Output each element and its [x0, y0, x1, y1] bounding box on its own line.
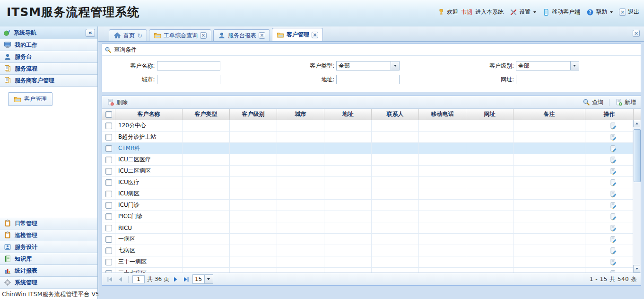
- customer-name-input[interactable]: [157, 61, 220, 70]
- edit-icon[interactable]: [609, 236, 617, 243]
- edit-icon[interactable]: [609, 247, 617, 255]
- table-row[interactable]: B超分诊护士站: [102, 132, 641, 143]
- column-header[interactable]: 移动电话: [419, 109, 466, 120]
- tab-1[interactable]: 工单综合查询×: [149, 29, 211, 41]
- address-input[interactable]: [336, 75, 400, 84]
- sidebar-item[interactable]: 服务流程: [0, 63, 97, 75]
- customer-type-select[interactable]: 全部: [336, 61, 400, 70]
- column-header[interactable]: 备注: [513, 109, 585, 120]
- row-checkbox[interactable]: [105, 225, 112, 231]
- sidebar-item[interactable]: 我的工作: [0, 39, 97, 51]
- edit-icon[interactable]: [609, 213, 617, 220]
- edit-icon[interactable]: [609, 270, 617, 273]
- column-header[interactable]: 客户名称: [115, 109, 183, 120]
- edit-icon[interactable]: [609, 190, 617, 198]
- column-header[interactable]: 客户级别: [230, 109, 277, 120]
- edit-icon[interactable]: [609, 133, 617, 141]
- last-page-button[interactable]: [182, 275, 190, 283]
- row-checkbox[interactable]: [105, 213, 112, 220]
- tab-close-icon[interactable]: ×: [259, 32, 265, 39]
- sidebar-item[interactable]: 服务台: [0, 51, 97, 63]
- help-menu[interactable]: ? 帮助: [586, 8, 613, 16]
- page-number-input[interactable]: [132, 275, 145, 283]
- edit-icon[interactable]: [609, 156, 617, 164]
- next-page-button[interactable]: [172, 275, 180, 283]
- panel-close-icon[interactable]: ×: [633, 30, 640, 37]
- row-checkbox[interactable]: [105, 259, 112, 265]
- first-page-button[interactable]: [106, 275, 114, 283]
- edit-icon[interactable]: [609, 167, 617, 175]
- sidebar-item[interactable]: 系统管理: [0, 277, 97, 289]
- query-button[interactable]: 查询: [581, 97, 605, 107]
- column-header[interactable]: 联系人: [372, 109, 419, 120]
- tab-3[interactable]: 客户管理×: [272, 28, 323, 41]
- table-row[interactable]: 三十一病区: [102, 256, 641, 268]
- scroll-up-button[interactable]: [633, 120, 640, 127]
- table-row[interactable]: ICU二区医疗: [102, 154, 641, 166]
- table-row[interactable]: RICU: [102, 222, 641, 234]
- row-checkbox[interactable]: [105, 236, 112, 243]
- city-input[interactable]: [157, 75, 220, 84]
- add-button[interactable]: 新增: [613, 97, 638, 107]
- row-checkbox[interactable]: [105, 123, 112, 129]
- vertical-scrollbar[interactable]: [633, 120, 641, 273]
- exit-button[interactable]: × 退出: [619, 8, 639, 16]
- tab-0[interactable]: 首页↻: [109, 29, 147, 41]
- edit-icon[interactable]: [609, 145, 617, 152]
- page-size-select[interactable]: 15: [192, 274, 213, 284]
- edit-icon[interactable]: [609, 179, 617, 186]
- table-row[interactable]: ICU门诊: [102, 200, 641, 211]
- sidebar-item[interactable]: 统计报表: [0, 265, 97, 277]
- row-checkbox[interactable]: [105, 168, 112, 175]
- mobile-client-link[interactable]: 移动客户端: [542, 8, 580, 16]
- scroll-down-button[interactable]: [633, 265, 640, 273]
- column-header[interactable]: 城市: [277, 109, 324, 120]
- select-all-checkbox[interactable]: [105, 111, 112, 118]
- table-row[interactable]: 120分中心: [102, 120, 641, 132]
- row-checkbox[interactable]: [105, 191, 112, 197]
- sidebar-item[interactable]: 巡检管理: [0, 229, 97, 241]
- table-row[interactable]: ICU医疗: [102, 177, 641, 188]
- column-header[interactable]: 操作: [585, 109, 634, 120]
- table-row[interactable]: CTMR科: [102, 143, 641, 154]
- sidebar-item-customer-management[interactable]: 客户管理: [8, 92, 52, 106]
- column-header[interactable]: 客户类型: [183, 109, 230, 120]
- edit-icon[interactable]: [609, 202, 617, 209]
- row-checkbox[interactable]: [105, 202, 112, 209]
- edit-icon[interactable]: [609, 224, 617, 232]
- username[interactable]: 韦韧: [461, 8, 472, 16]
- prev-page-button[interactable]: [116, 275, 124, 283]
- row-checkbox[interactable]: [105, 247, 112, 254]
- customer-name-cell: PICC门诊: [115, 211, 183, 222]
- city-label: 城市:: [102, 76, 157, 84]
- edit-icon[interactable]: [609, 122, 617, 130]
- table-row[interactable]: PICC门诊: [102, 211, 641, 222]
- table-row[interactable]: 三十七病区: [102, 268, 641, 273]
- edit-icon[interactable]: [609, 258, 617, 266]
- settings-menu[interactable]: 设置: [510, 8, 536, 16]
- sidebar-item[interactable]: 服务商客户管理: [0, 75, 97, 87]
- tab-close-icon[interactable]: ×: [312, 32, 318, 38]
- scrollbar-thumb[interactable]: [634, 129, 641, 182]
- row-checkbox[interactable]: [105, 134, 112, 141]
- sidebar-item[interactable]: 日常管理: [0, 218, 97, 229]
- column-header[interactable]: 网址: [466, 109, 513, 120]
- row-checkbox[interactable]: [105, 157, 112, 163]
- sidebar-collapse-button[interactable]: «: [86, 29, 95, 37]
- tab-close-icon[interactable]: ×: [200, 32, 207, 39]
- customer-level-select[interactable]: 全部: [516, 61, 579, 70]
- website-input[interactable]: [516, 75, 579, 84]
- delete-button[interactable]: 删除: [105, 97, 130, 107]
- row-checkbox[interactable]: [105, 270, 112, 273]
- sidebar-item[interactable]: 服务设计: [0, 241, 97, 253]
- table-row[interactable]: 一病区: [102, 234, 641, 245]
- row-checkbox[interactable]: [105, 179, 112, 186]
- table-row[interactable]: 七病区: [102, 245, 641, 256]
- column-header[interactable]: 地址: [324, 109, 372, 120]
- row-checkbox[interactable]: [105, 145, 112, 152]
- tab-2[interactable]: 服务台报表×: [213, 29, 270, 41]
- table-row[interactable]: ICU病区: [102, 188, 641, 200]
- table-row[interactable]: ICU二区病区: [102, 166, 641, 177]
- sidebar-item[interactable]: 知识库: [0, 253, 97, 265]
- refresh-icon[interactable]: ↻: [137, 33, 142, 39]
